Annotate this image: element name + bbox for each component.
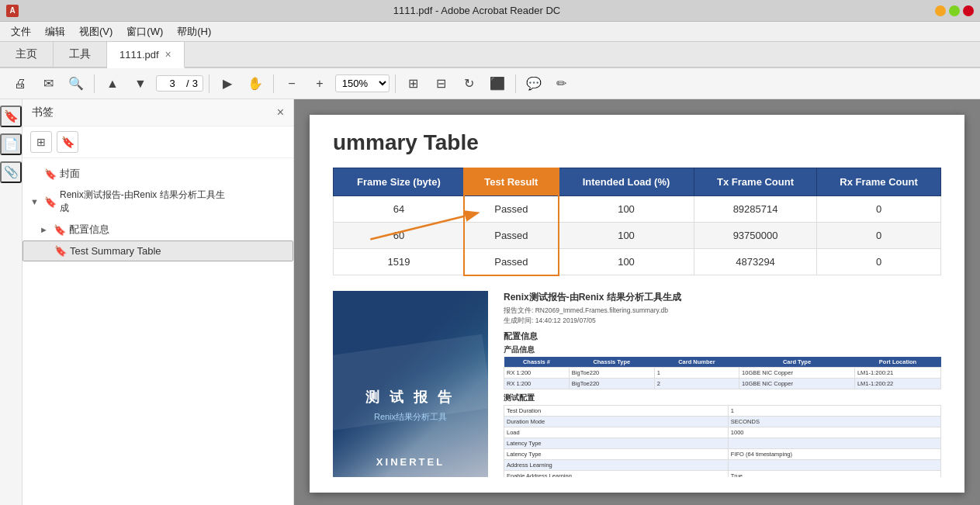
mini-table-cell: BigToe220 <box>569 368 654 379</box>
mini-report-content: Renix测试报告-由Renix 结果分析工具生成 报告文件: RN2069_I… <box>504 291 941 477</box>
bookmark-item-config[interactable]: ► 🔖 配置信息 <box>23 219 293 240</box>
mini-report-title: Renix测试报告-由Renix 结果分析工具生成 <box>504 291 941 304</box>
menu-help[interactable]: 帮助(H) <box>171 23 217 40</box>
bookmark-item-report[interactable]: ▼ 🔖 Renix测试报告-由Renix 结果分析工具生 成 <box>23 185 293 219</box>
mini-table-cell: RX 1:200 <box>504 368 570 379</box>
fit-page-button[interactable]: ⊞ <box>401 71 426 96</box>
search-button[interactable]: 🔍 <box>64 71 88 96</box>
prev-page-button[interactable]: ▲ <box>100 71 125 96</box>
table-cell: 64 <box>334 196 465 223</box>
mini-table-cell: LM1-1:200:21 <box>854 368 940 379</box>
table-wrapper: Frame Size (byte) Test Result Intended L… <box>333 168 941 275</box>
bookmark-item-summary[interactable]: 🔖 Test Summary Table <box>23 240 293 261</box>
table-cell: 0 <box>817 223 941 249</box>
app-icon: A <box>6 5 19 17</box>
mini-table-cell: 10GBE NIC Copper <box>739 379 855 389</box>
table-cell: 100 <box>559 249 694 275</box>
mini-col-chassis-type: Chassis Type <box>569 357 654 368</box>
email-button[interactable]: ✉ <box>36 71 61 96</box>
mini-config-cell: Enable Address Learning <box>504 471 729 478</box>
window-controls <box>935 5 974 16</box>
mini-config-cell: Latency Type <box>504 438 729 449</box>
pdf-page: ummary Table Frame Size (byte) Test Resu… <box>310 115 964 493</box>
hand-tool-button[interactable]: ✋ <box>243 71 268 96</box>
table-row: 64Passed100892857140 <box>334 196 941 223</box>
table-cell: 89285714 <box>694 196 817 223</box>
mini-col-card-num: Card Number <box>654 357 739 368</box>
result-table: Frame Size (byte) Test Result Intended L… <box>333 168 941 275</box>
bookmark-label-cover: 封面 <box>60 167 80 181</box>
bookmark-icon-config: 🔖 <box>54 224 66 236</box>
mini-config-cell: SECONDS <box>728 417 940 427</box>
close-window-button[interactable] <box>963 5 974 16</box>
bookmark-label-config: 配置信息 <box>69 223 109 237</box>
mini-col-port: Port Location <box>854 357 940 368</box>
next-page-button[interactable]: ▼ <box>128 71 153 96</box>
menu-view[interactable]: 视图(V) <box>73 23 119 40</box>
zoom-out-button[interactable]: − <box>279 71 304 96</box>
bookmarks-button[interactable]: 📄 <box>0 133 22 155</box>
mini-table-cell: 10GBE NIC Copper <box>739 368 855 379</box>
page-nav: / 3 <box>156 75 203 92</box>
mini-product-title: 产品信息 <box>504 344 941 355</box>
minimize-button[interactable] <box>935 5 946 16</box>
sidebar-close-button[interactable]: × <box>277 105 284 119</box>
sidebar-tools: ⊞ 🔖 <box>23 126 293 158</box>
mini-config-cell: 1 <box>728 406 940 417</box>
zoom-select[interactable]: 150% 50% 75% 100% 125% 200% <box>335 74 390 92</box>
cover-sub-title: Renix结果分析工具 <box>333 411 488 423</box>
tab-tools[interactable]: 工具 <box>54 42 107 67</box>
table-cell: 100 <box>559 196 694 223</box>
page-total: 3 <box>192 78 198 89</box>
menu-window[interactable]: 窗口(W) <box>120 23 169 40</box>
mini-config-cell: Address Learning <box>504 460 729 471</box>
mini-table-cell: BigToe220 <box>569 379 654 389</box>
attachment-button[interactable]: 📎 <box>0 161 22 183</box>
col-header-rx-count: Rx Frame Count <box>817 168 941 196</box>
expand-cover <box>30 169 41 178</box>
mini-file-info: 报告文件: RN2069_Immed.Frames.filtering.summ… <box>504 306 941 316</box>
highlight-button[interactable]: ✏ <box>549 71 574 96</box>
table-cell: 1519 <box>334 249 465 275</box>
zoom-in-button[interactable]: + <box>307 71 332 96</box>
menu-file[interactable]: 文件 <box>5 23 37 40</box>
expand-config: ► <box>40 225 50 234</box>
table-cell: Passed <box>464 223 558 249</box>
maximize-button[interactable] <box>949 5 960 16</box>
page-number-input[interactable] <box>161 78 183 89</box>
mini-config-cell: True <box>728 471 940 478</box>
mini-config-cell: Duration Mode <box>504 417 729 427</box>
table-cell: 0 <box>817 249 941 275</box>
mini-config-cell: Latency Type <box>504 449 729 460</box>
rotate-button[interactable]: ↻ <box>457 71 482 96</box>
print-button[interactable]: 🖨 <box>8 71 33 96</box>
menu-edit[interactable]: 编辑 <box>39 23 71 40</box>
comment-button[interactable]: 💬 <box>521 71 546 96</box>
content-area: ummary Table Frame Size (byte) Test Resu… <box>294 99 980 505</box>
tab-home[interactable]: 主页 <box>0 42 54 67</box>
toolbar-separator-5 <box>515 74 516 93</box>
table-cell: Passed <box>464 196 558 223</box>
bookmark-icon-summary: 🔖 <box>54 245 67 257</box>
mini-gen-date: 生成时间: 14:40:12 2019/07/05 <box>504 316 941 326</box>
bookmark-item-cover[interactable]: 🔖 封面 <box>23 163 293 185</box>
expand-summary <box>40 247 51 256</box>
mini-config-cell: 1000 <box>728 427 940 438</box>
expand-report: ▼ <box>30 197 41 206</box>
cursor-tool-button[interactable]: ▶ <box>215 71 240 96</box>
sidebar-tool-bookmark-add[interactable]: 🔖 <box>57 131 78 153</box>
bookmark-panel-button[interactable]: 🔖 <box>0 105 22 127</box>
mini-config-cell <box>728 460 940 471</box>
fit-width-button[interactable]: ⊟ <box>429 71 454 96</box>
form-button[interactable]: ⬛ <box>485 71 510 96</box>
tab-close-button[interactable]: × <box>165 48 171 61</box>
mini-config-cell: FIFO (64 timestamping) <box>728 449 940 460</box>
sidebar-title: 书签 <box>32 105 54 119</box>
table-cell: 4873294 <box>694 249 817 275</box>
mini-test-config-title: 测试配置 <box>504 393 941 403</box>
cover-brand: XINERTEL <box>333 456 488 468</box>
sidebar-tool-grid[interactable]: ⊞ <box>30 131 52 153</box>
mini-config-cell: Load <box>504 427 729 438</box>
tab-document[interactable]: 1111.pdf × <box>107 42 185 68</box>
menu-bar: 文件 编辑 视图(V) 窗口(W) 帮助(H) <box>0 22 980 42</box>
